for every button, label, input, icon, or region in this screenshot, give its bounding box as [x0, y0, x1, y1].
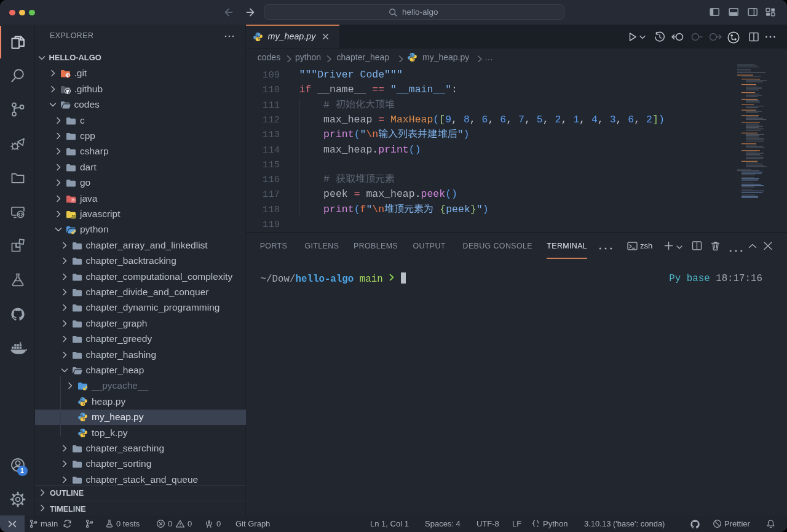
svg-text:JS: JS	[71, 215, 76, 218]
